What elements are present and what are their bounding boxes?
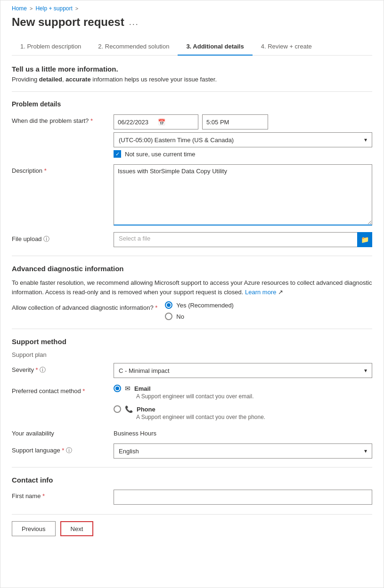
severity-label: Severity * ⓘ (12, 363, 106, 374)
date-picker[interactable]: 06/22/2023 📅 (114, 114, 198, 129)
phone-option: 📞 Phone A Support engineer will contact … (114, 405, 372, 420)
severity-info-icon[interactable]: ⓘ (40, 366, 46, 373)
language-group: Support language * ⓘ English ▾ (12, 443, 372, 459)
language-dropdown[interactable]: English ▾ (114, 443, 372, 459)
problem-details-title: Problem details (12, 100, 372, 108)
availability-value: Business Hours (114, 427, 372, 437)
allow-diagnostic-group: Allow collection of advanced diagnostic … (12, 301, 372, 320)
first-name-control (114, 490, 372, 505)
contact-method-group: Preferred contact method * ✉ Email A Sup… (12, 385, 372, 420)
date-value: 06/22/2023 (118, 119, 154, 126)
file-info-icon[interactable]: ⓘ (43, 235, 49, 242)
allow-required: * (155, 304, 157, 311)
email-sub: A Support engineer will contact you over… (136, 393, 372, 400)
language-required: * (62, 447, 64, 454)
tab-recommended-solution[interactable]: 2. Recommended solution (90, 38, 178, 56)
description-label: Description * (12, 164, 106, 174)
previous-button[interactable]: Previous (12, 521, 56, 536)
when-control: 06/22/2023 📅 5:05 PM (UTC-05:00) Eastern… (114, 114, 372, 158)
timezone-value: (UTC-05:00) Eastern Time (US & Canada) (119, 137, 234, 144)
tab-additional-details[interactable]: 3. Additional details (178, 38, 252, 56)
intro-heading: Tell us a little more information. (12, 65, 372, 73)
first-name-group: First name * (12, 490, 372, 505)
page-title: New support request (12, 16, 124, 29)
file-browse-button[interactable]: 📁 (357, 232, 372, 247)
phone-radio[interactable] (114, 405, 121, 413)
more-options-icon[interactable]: ... (129, 17, 139, 27)
contact-required: * (82, 387, 85, 395)
description-textarea[interactable]: Issues with StorSimple Data Copy Utility (114, 164, 372, 226)
support-plan-label: Support plan (12, 351, 372, 358)
language-info-icon[interactable]: ⓘ (66, 447, 72, 454)
breadcrumb-sep2: > (75, 6, 78, 11)
time-input[interactable]: 5:05 PM (202, 114, 268, 129)
severity-group: Severity * ⓘ C - Minimal impact ▾ (12, 363, 372, 378)
language-control: English ▾ (114, 443, 372, 459)
contact-info-title: Contact info (12, 476, 372, 484)
support-method-title: Support method (12, 338, 372, 346)
required-indicator: * (90, 117, 93, 124)
learn-more-link[interactable]: Learn more (245, 289, 276, 296)
external-link-icon: ↗ (278, 289, 283, 296)
severity-required: * (36, 366, 38, 373)
not-sure-checkbox[interactable]: ✓ (114, 150, 121, 158)
breadcrumb: Home > Help + support > (12, 0, 372, 16)
first-name-input[interactable] (114, 490, 372, 505)
diagnostic-no-row[interactable]: No (165, 313, 372, 320)
phone-label: Phone (137, 406, 155, 413)
tab-problem-description[interactable]: 1. Problem description (12, 38, 90, 56)
language-value: English (119, 448, 139, 455)
severity-value: C - Minimal impact (119, 367, 170, 374)
next-button[interactable]: Next (60, 521, 94, 536)
severity-control: C - Minimal impact ▾ (114, 363, 372, 378)
breadcrumb-help[interactable]: Help + support (35, 5, 72, 12)
checkmark-icon: ✓ (115, 151, 120, 157)
not-sure-checkbox-row[interactable]: ✓ Not sure, use current time (114, 150, 372, 158)
allow-diagnostic-label: Allow collection of advanced diagnostic … (12, 301, 157, 311)
folder-icon: 📁 (361, 236, 369, 243)
email-radio[interactable] (114, 385, 121, 392)
tab-review-create[interactable]: 4. Review + create (253, 38, 320, 56)
file-input[interactable]: Select a file (114, 232, 357, 247)
diagnostic-yes-row[interactable]: Yes (Recommended) (165, 301, 372, 309)
advanced-diagnostic-title: Advanced diagnostic information (12, 265, 372, 273)
language-arrow-icon: ▾ (364, 448, 367, 454)
phone-sub: A Support engineer will contact you over… (136, 414, 372, 420)
contact-method-label: Preferred contact method * (12, 385, 106, 395)
wizard-tabs: 1. Problem description 2. Recommended so… (12, 38, 372, 56)
email-option: ✉ Email A Support engineer will contact … (114, 385, 372, 400)
allow-diagnostic-control: Yes (Recommended) No (165, 301, 372, 320)
availability-group: Your availability Business Hours (12, 427, 372, 437)
email-label: Email (134, 385, 151, 392)
severity-arrow-icon: ▾ (364, 367, 367, 374)
diagnostic-no-radio[interactable] (165, 313, 172, 320)
file-upload-label: File upload ⓘ (12, 232, 106, 243)
diagnostic-no-label: No (176, 313, 184, 320)
breadcrumb-home[interactable]: Home (12, 5, 27, 12)
description-control: Issues with StorSimple Data Copy Utility (114, 164, 372, 226)
breadcrumb-sep1: > (30, 6, 33, 11)
navigation-buttons: Previous Next (12, 514, 372, 536)
diagnostic-yes-label: Yes (Recommended) (176, 302, 234, 309)
language-label: Support language * ⓘ (12, 443, 106, 455)
when-label: When did the problem start? * (12, 114, 106, 124)
description-group: Description * Issues with StorSimple Dat… (12, 164, 372, 226)
file-upload-group: File upload ⓘ Select a file 📁 (12, 232, 372, 247)
contact-options: ✉ Email A Support engineer will contact … (114, 385, 372, 420)
availability-control: Business Hours (114, 427, 372, 437)
availability-label: Your availability (12, 427, 106, 437)
calendar-icon: 📅 (158, 119, 194, 126)
contact-method-control: ✉ Email A Support engineer will contact … (114, 385, 372, 420)
first-name-label: First name * (12, 490, 106, 499)
when-problem-started-group: When did the problem start? * 06/22/2023… (12, 114, 372, 158)
timezone-arrow-icon: ▾ (364, 137, 367, 143)
not-sure-label: Not sure, use current time (125, 151, 196, 158)
timezone-dropdown[interactable]: (UTC-05:00) Eastern Time (US & Canada) ▾ (114, 132, 372, 147)
intro-desc: Providing detailed, accurate information… (12, 76, 372, 83)
severity-dropdown[interactable]: C - Minimal impact ▾ (114, 363, 372, 378)
email-icon: ✉ (125, 385, 131, 392)
diagnostic-radio-group: Yes (Recommended) No (165, 301, 372, 320)
diagnostic-yes-radio[interactable] (165, 301, 172, 309)
description-required: * (44, 167, 47, 174)
phone-icon: 📞 (125, 405, 133, 413)
